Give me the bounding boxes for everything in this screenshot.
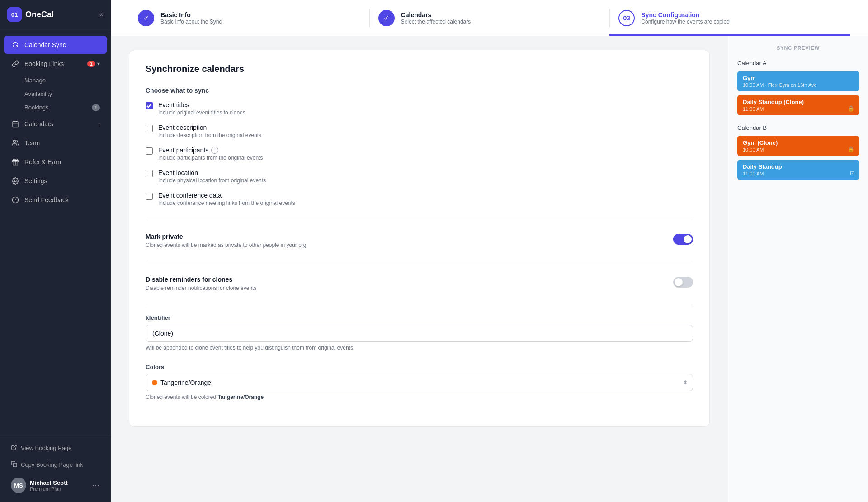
- sidebar-item-booking-links[interactable]: Booking Links 1 ▾: [4, 55, 107, 73]
- preview-panel: SYNC PREVIEW Calendar A Gym 10:00 AM · F…: [728, 36, 868, 502]
- sidebar-collapse-button[interactable]: «: [99, 10, 104, 19]
- event-description-sub: Include description from the original ev…: [158, 132, 261, 138]
- view-booking-page-link[interactable]: View Booking Page: [7, 440, 104, 455]
- event-conference-checkbox[interactable]: [146, 193, 153, 200]
- event-location-title: Event location: [158, 169, 266, 176]
- user-info: Michael Scott Premium Plan: [30, 479, 92, 492]
- divider-3: [146, 305, 693, 305]
- event-titles-title: Event titles: [158, 101, 245, 109]
- step-calendars: ✓ Calendars Select the affected calendar…: [369, 0, 610, 36]
- disable-reminders-toggle[interactable]: [673, 277, 693, 288]
- sidebar-item-availability[interactable]: Availability: [4, 87, 107, 100]
- calendar-icon: [11, 119, 20, 128]
- info-icon[interactable]: i: [211, 147, 218, 154]
- user-plan: Premium Plan: [30, 486, 92, 492]
- bookings-badge: 1: [92, 104, 100, 111]
- event-participants-checkbox[interactable]: [146, 147, 153, 155]
- event-description-checkbox[interactable]: [146, 125, 153, 132]
- event-location-checkbox[interactable]: [146, 170, 153, 177]
- calendar-b-label: Calendar B: [737, 124, 859, 131]
- color-hint: Cloned events will be colored Tangerine/…: [146, 394, 693, 400]
- chevron-down-icon: ▾: [97, 61, 100, 67]
- step-basic-info: ✓ Basic Info Basic info about the Sync: [129, 0, 369, 36]
- svg-rect-0: [13, 122, 18, 127]
- user-menu-button[interactable]: ⋯: [92, 480, 100, 490]
- preview-event-daily-standup: Daily Standup 11:00 AM ⊡: [737, 160, 859, 180]
- sidebar-item-send-feedback[interactable]: Send Feedback: [4, 191, 107, 209]
- sidebar-item-team[interactable]: Team: [4, 134, 107, 152]
- step-basic-info-text: Basic Info Basic info about the Sync: [160, 11, 222, 25]
- sidebar-item-calendar-sync[interactable]: Calendar Sync: [4, 36, 107, 54]
- lock-icon: 🔒: [848, 105, 854, 112]
- step-sync-config-text: Sync Configuration Configure how the eve…: [641, 11, 729, 25]
- booking-links-badge: 1: [87, 61, 95, 67]
- svg-point-7: [14, 180, 16, 182]
- event-conference-title: Event conference data: [158, 192, 295, 199]
- mark-private-text: Mark private Cloned events will be marke…: [146, 233, 307, 248]
- form-panel: Synchronize calendars Choose what to syn…: [111, 36, 728, 502]
- colors-select[interactable]: Tangerine/Orange: [146, 374, 693, 391]
- sidebar-item-bookings[interactable]: Bookings 1: [4, 101, 107, 114]
- calendar-a-label: Calendar A: [737, 60, 859, 66]
- sidebar-item-label: Calendar Sync: [24, 41, 100, 48]
- preview-event-sub: 11:00 AM: [743, 171, 854, 176]
- copy-booking-link-label: Copy Booking Page link: [21, 461, 83, 468]
- sidebar-item-refer-earn[interactable]: Refer & Earn: [4, 153, 107, 171]
- external-link-icon: [11, 444, 17, 452]
- event-location-label: Event location Include physical location…: [158, 169, 266, 184]
- divider-2: [146, 262, 693, 262]
- preview-event-sub: 10:00 AM · Flex Gym on 16th Ave: [743, 82, 854, 88]
- logo-text: OneCal: [25, 10, 54, 19]
- user-row: MS Michael Scott Premium Plan ⋯: [7, 474, 104, 497]
- logo-mark: 01: [7, 7, 22, 22]
- mark-private-toggle[interactable]: [673, 234, 693, 245]
- main: ✓ Basic Info Basic info about the Sync ✓…: [111, 0, 868, 502]
- step-sync-config-icon: 03: [618, 10, 635, 26]
- gift-icon: [11, 157, 20, 166]
- sidebar-item-calendars[interactable]: Calendars ›: [4, 115, 107, 133]
- identifier-input[interactable]: [146, 325, 693, 342]
- logo: 01 OneCal: [7, 7, 54, 22]
- sync-section-title: Choose what to sync: [146, 87, 693, 94]
- sidebar-item-label: Settings: [24, 177, 100, 185]
- sidebar-item-settings[interactable]: Settings: [4, 172, 107, 190]
- event-conference-label: Event conference data Include conference…: [158, 192, 295, 206]
- event-participants-label: Event participants i Include participant…: [158, 147, 263, 161]
- preview-event-title: Gym (Clone): [743, 139, 854, 146]
- sidebar-nav: Calendar Sync Booking Links 1 ▾ Manage A…: [0, 29, 111, 435]
- gear-icon: [11, 176, 20, 185]
- event-titles-sub: Include original event titles to clones: [158, 109, 245, 116]
- sidebar-item-label: Calendars: [24, 120, 96, 128]
- color-hint-value: Tangerine/Orange: [217, 394, 264, 400]
- event-participants-sub: Include participants from the original e…: [158, 155, 263, 161]
- link-icon: [11, 59, 20, 68]
- event-participants-title: Event participants i: [158, 147, 263, 154]
- copy-booking-link[interactable]: Copy Booking Page link: [7, 457, 104, 472]
- sync-checkboxes-section: Choose what to sync Event titles Include…: [146, 87, 693, 206]
- copy-icon: [11, 461, 17, 469]
- sidebar-item-manage[interactable]: Manage: [4, 74, 107, 87]
- step-calendars-subtitle: Select the affected calendars: [401, 19, 471, 25]
- preview-event-title: Gym: [743, 75, 854, 81]
- disable-reminders-slider: [673, 277, 693, 288]
- preview-calendar-a: Calendar A Gym 10:00 AM · Flex Gym on 16…: [737, 60, 859, 115]
- preview-event-sub: 10:00 AM: [743, 147, 854, 152]
- event-description-label: Event description Include description fr…: [158, 124, 261, 138]
- svg-rect-12: [13, 463, 17, 467]
- colors-select-wrapper: Tangerine/Orange ⬍: [146, 374, 693, 391]
- team-icon: [11, 138, 20, 147]
- step-basic-info-icon: ✓: [138, 10, 154, 26]
- event-titles-checkbox[interactable]: [146, 102, 153, 109]
- disable-reminders-toggle-row: Disable reminders for clones Disable rem…: [146, 271, 693, 296]
- content-area: Synchronize calendars Choose what to syn…: [111, 36, 868, 502]
- preview-event-gym-clone: Gym (Clone) 10:00 AM 🔒: [737, 136, 859, 156]
- identifier-hint: Will be appended to clone event titles t…: [146, 345, 693, 351]
- colors-label: Colors: [146, 364, 693, 370]
- sidebar-item-label: Booking Links: [24, 60, 85, 67]
- manage-label: Manage: [24, 77, 46, 84]
- feedback-icon: [11, 195, 20, 204]
- lock-icon: 🔒: [848, 146, 854, 152]
- sidebar-footer: View Booking Page Copy Booking Page link…: [0, 435, 111, 502]
- stepper-header: ✓ Basic Info Basic info about the Sync ✓…: [111, 0, 868, 36]
- availability-label: Availability: [24, 90, 52, 97]
